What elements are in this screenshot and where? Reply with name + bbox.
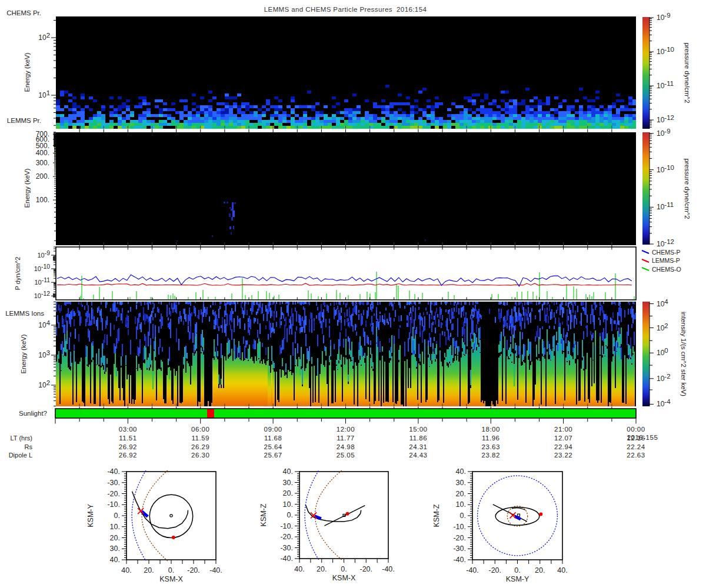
svg-text:30.: 30. (283, 479, 293, 487)
svg-text:102: 102 (38, 379, 50, 389)
svg-text:26.29: 26.29 (191, 443, 209, 450)
svg-text:0.: 0. (460, 512, 466, 520)
svg-text:06:00: 06:00 (191, 426, 209, 433)
svg-text:pressure dyne/cm^2: pressure dyne/cm^2 (684, 42, 691, 103)
svg-text:-10.: -10. (107, 500, 120, 509)
svg-text:Energy (keV): Energy (keV) (24, 52, 31, 92)
svg-text:10-10: 10-10 (657, 46, 674, 56)
svg-text:20.: 20. (283, 489, 293, 497)
svg-text:200.: 200. (36, 172, 49, 181)
svg-text:10-2: 10-2 (657, 373, 671, 383)
svg-text:KSM-Z: KSM-Z (432, 504, 441, 527)
svg-text:-40.: -40. (107, 467, 120, 476)
svg-text:-30.: -30. (280, 544, 293, 552)
svg-text:CHEMS Pr.: CHEMS Pr. (6, 9, 41, 16)
svg-text:21:00: 21:00 (554, 426, 572, 433)
svg-text:CHEMS-P: CHEMS-P (652, 249, 680, 256)
svg-text:30.: 30. (456, 479, 466, 487)
svg-text:10-11: 10-11 (657, 80, 674, 90)
svg-text:24.43: 24.43 (409, 452, 427, 459)
svg-text:00:00: 00:00 (627, 426, 645, 433)
svg-text:LEMMS-P: LEMMS-P (652, 257, 680, 264)
svg-text:CHEMS-O: CHEMS-O (652, 266, 681, 273)
svg-text:Sunlight?: Sunlight? (19, 410, 47, 417)
svg-text:KSM-Y: KSM-Y (506, 575, 530, 583)
svg-text:KSM-Y: KSM-Y (86, 504, 95, 527)
svg-text:Energy (keV): Energy (keV) (24, 168, 31, 208)
svg-text:12.07: 12.07 (554, 435, 572, 442)
svg-text:24.31: 24.31 (409, 443, 427, 450)
svg-text:40.: 40. (557, 566, 567, 574)
svg-text:Rs: Rs (25, 443, 33, 450)
svg-text:103: 103 (38, 349, 50, 359)
svg-text:18:00: 18:00 (482, 426, 500, 433)
svg-text:25.64: 25.64 (264, 443, 282, 450)
svg-text:-40.: -40. (280, 554, 293, 563)
svg-text:pressure dyne/cm^2: pressure dyne/cm^2 (684, 158, 691, 219)
svg-text:KSM-X: KSM-X (159, 575, 183, 583)
svg-text:26.30: 26.30 (191, 452, 209, 459)
svg-text:10.: 10. (110, 523, 120, 531)
svg-text:10-9: 10-9 (37, 250, 50, 259)
svg-text:-30.: -30. (107, 479, 120, 487)
svg-text:0.: 0. (287, 511, 293, 519)
svg-text:LEMMS Pr.: LEMMS Pr. (7, 117, 41, 124)
svg-text:22.63: 22.63 (627, 452, 645, 459)
svg-text:10-4: 10-4 (657, 398, 671, 408)
svg-text:2016-155: 2016-155 (627, 434, 658, 441)
svg-text:-20.: -20. (187, 566, 200, 574)
svg-text:26.92: 26.92 (119, 443, 137, 450)
svg-text:Dipole L: Dipole L (9, 452, 32, 459)
svg-text:40.: 40. (456, 467, 466, 476)
svg-text:11.51: 11.51 (119, 435, 136, 442)
svg-text:26.92: 26.92 (119, 452, 137, 459)
svg-text:10-10: 10-10 (34, 263, 51, 272)
svg-text:11.86: 11.86 (409, 435, 427, 442)
svg-text:03:00: 03:00 (119, 426, 137, 433)
svg-text:20.: 20. (110, 534, 120, 542)
svg-text:23.82: 23.82 (482, 452, 500, 459)
svg-text:23.22: 23.22 (554, 452, 572, 459)
svg-text:10.: 10. (456, 500, 466, 509)
svg-text:100: 100 (657, 347, 668, 357)
svg-text:20.: 20. (535, 566, 545, 574)
svg-text:30.: 30. (110, 544, 120, 553)
svg-text:0.: 0. (168, 566, 174, 574)
svg-text:11.77: 11.77 (337, 435, 354, 442)
svg-text:22.94: 22.94 (554, 443, 572, 450)
svg-text:10-11: 10-11 (657, 201, 674, 211)
svg-text:24.98: 24.98 (337, 443, 355, 450)
svg-text:10-12: 10-12 (657, 114, 674, 124)
svg-text:100.: 100. (36, 196, 49, 204)
svg-text:0.: 0. (114, 512, 120, 520)
svg-text:40.: 40. (294, 565, 304, 573)
svg-text:10-9: 10-9 (657, 128, 671, 138)
svg-text:-10.: -10. (453, 523, 466, 531)
svg-text:-20.: -20. (453, 534, 466, 542)
svg-text:10-12: 10-12 (657, 238, 674, 248)
svg-text:-40.: -40. (209, 566, 222, 574)
svg-text:-20.: -20. (107, 490, 120, 498)
svg-text:20.: 20. (317, 565, 327, 573)
svg-text:12:00: 12:00 (337, 426, 355, 433)
svg-text:11.96: 11.96 (482, 435, 499, 442)
svg-text:-40.: -40. (453, 556, 466, 564)
svg-text:101: 101 (38, 89, 50, 99)
svg-text:104: 104 (38, 319, 50, 329)
svg-text:-10.: -10. (280, 522, 293, 530)
svg-text:10-10: 10-10 (657, 164, 674, 174)
svg-text:10-11: 10-11 (34, 277, 50, 286)
svg-text:25.67: 25.67 (264, 452, 282, 459)
svg-text:40.: 40. (121, 566, 131, 574)
svg-text:104: 104 (657, 298, 668, 308)
svg-text:300.: 300. (36, 159, 49, 167)
svg-text:09:00: 09:00 (264, 426, 282, 433)
svg-text:20.: 20. (144, 566, 154, 574)
svg-text:20.: 20. (456, 490, 466, 498)
svg-text:400.: 400. (36, 149, 49, 157)
svg-text:LT (hrs): LT (hrs) (11, 435, 33, 442)
svg-text:Energy (keV): Energy (keV) (20, 334, 27, 373)
svg-text:-40.: -40. (466, 566, 479, 574)
svg-text:KSM-X: KSM-X (332, 574, 356, 582)
svg-text:-20.: -20. (280, 533, 293, 541)
